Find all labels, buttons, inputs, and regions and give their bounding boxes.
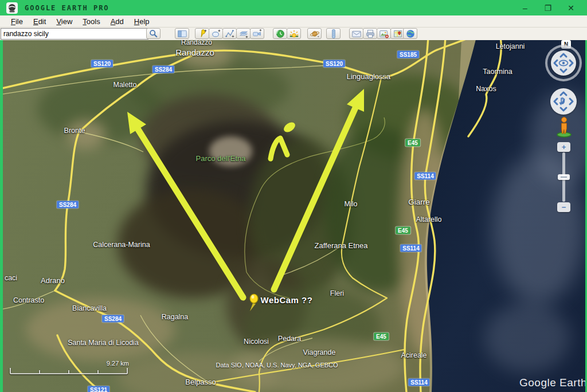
move-right-arrow-icon	[570, 99, 573, 104]
sunlight-icon	[289, 29, 299, 39]
scale-label: 9.27 km	[89, 360, 129, 367]
sunlight-button[interactable]	[287, 28, 301, 39]
maps-icon	[393, 29, 403, 39]
add-placemark-button[interactable]	[195, 28, 209, 39]
menu-add[interactable]: Add	[105, 17, 129, 26]
look-right-arrow-icon	[570, 60, 573, 66]
toggle-sidebar-button[interactable]	[175, 28, 189, 39]
search-button[interactable]	[146, 28, 161, 39]
ruler-icon	[328, 29, 339, 39]
move-left-arrow-icon	[554, 99, 557, 104]
record-tour-button[interactable]	[250, 28, 264, 39]
maximize-button[interactable]: ❐	[537, 0, 559, 15]
sidebar-icon	[177, 29, 187, 39]
planets-icon	[310, 29, 320, 39]
historical-imagery-icon	[275, 29, 285, 39]
menu-edit[interactable]: Edit	[28, 17, 51, 26]
polygon-icon	[211, 29, 221, 39]
zoom-out-button[interactable]: −	[557, 202, 570, 212]
google-earth-window: GOOGLE EARTH PRO – ❐ ✕ FileEditViewTools…	[0, 0, 587, 392]
image-overlay-icon	[238, 29, 249, 39]
menu-help[interactable]: Help	[129, 17, 155, 26]
add-polygon-button[interactable]	[209, 28, 223, 39]
print-button[interactable]	[363, 28, 377, 39]
add-image-overlay-button[interactable]	[236, 28, 251, 39]
email-icon	[351, 29, 362, 39]
zoom-in-button[interactable]: +	[557, 142, 570, 152]
minimize-button[interactable]: –	[514, 0, 537, 15]
historical-imagery-button[interactable]	[273, 28, 287, 39]
window-title: GOOGLE EARTH PRO	[25, 4, 109, 12]
move-joystick[interactable]	[550, 88, 577, 115]
earth-icon	[405, 29, 416, 39]
title-bar: GOOGLE EARTH PRO – ❐ ✕	[0, 0, 587, 15]
close-button[interactable]: ✕	[559, 0, 582, 15]
look-joystick[interactable]	[551, 50, 576, 76]
look-left-arrow-icon	[554, 60, 557, 66]
record-tour-icon	[252, 29, 263, 39]
app-logo-icon	[6, 2, 18, 14]
scale-bar	[3, 40, 585, 392]
map-attribution: Data SIO, NOAA, U.S. Navy, NGA, GEBCO	[216, 362, 338, 369]
look-up-arrow-icon	[561, 54, 566, 57]
move-down-arrow-icon	[561, 108, 566, 111]
save-image-button[interactable]	[377, 28, 391, 39]
path-icon	[225, 29, 235, 39]
search-input[interactable]	[1, 28, 148, 40]
zoom-handle[interactable]	[558, 174, 570, 180]
email-button[interactable]	[349, 28, 363, 39]
map-viewport[interactable]: RandazzoRandazzoMalettoLinguaglossaLetoj…	[3, 40, 585, 392]
menu-bar: FileEditViewToolsAddHelp	[0, 15, 587, 28]
earth-globe-button[interactable]	[403, 28, 417, 39]
eye-icon	[559, 60, 568, 65]
google-earth-watermark: Google Earth	[519, 377, 585, 389]
add-path-button[interactable]	[222, 28, 237, 39]
menu-view[interactable]: View	[51, 17, 77, 26]
save-image-icon	[379, 29, 389, 39]
menu-file[interactable]: File	[6, 17, 28, 26]
hand-icon	[559, 97, 565, 105]
placemark-icon	[197, 29, 208, 39]
planets-button[interactable]	[307, 28, 322, 39]
menu-tools[interactable]: Tools	[77, 17, 105, 26]
look-down-arrow-icon	[561, 69, 566, 72]
move-up-arrow-icon	[561, 92, 566, 95]
print-icon	[365, 29, 375, 39]
pegman-icon[interactable]	[555, 116, 573, 138]
zoom-slider: + −	[557, 142, 572, 212]
toolbar	[0, 28, 587, 40]
ruler-button[interactable]	[326, 28, 341, 39]
search-icon	[148, 29, 159, 39]
